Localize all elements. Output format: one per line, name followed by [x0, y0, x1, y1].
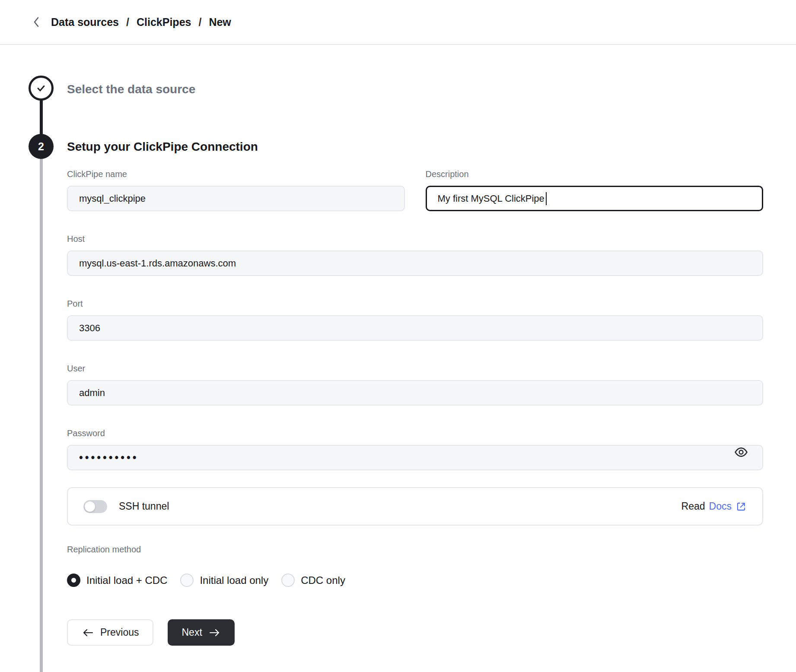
- user-input[interactable]: [67, 380, 763, 406]
- step2-number: 2: [38, 140, 44, 153]
- description-value: My first MySQL ClickPipe: [438, 193, 544, 204]
- replication-method-label: Replication method: [67, 545, 763, 555]
- breadcrumb: Data sources / ClickPipes / New: [51, 16, 231, 29]
- host-input[interactable]: [67, 250, 763, 276]
- radio-selected-icon: [67, 574, 80, 587]
- name-description-row: ClickPipe name Description My first MySQ…: [67, 169, 763, 211]
- user-group: User: [67, 363, 763, 406]
- chevron-left-icon: [32, 16, 40, 28]
- show-password-button[interactable]: [733, 444, 749, 460]
- radio-label: Initial load + CDC: [86, 574, 167, 586]
- clickpipe-setup-page: Data sources / ClickPipes / New 2 Select…: [0, 0, 796, 672]
- ssh-tunnel-toggle[interactable]: [83, 500, 107, 513]
- text-cursor: [546, 192, 547, 205]
- external-link-icon: [736, 501, 747, 512]
- back-button[interactable]: [28, 13, 45, 31]
- clickpipe-name-input[interactable]: [67, 186, 405, 211]
- clickpipe-name-group: ClickPipe name: [67, 169, 405, 211]
- previous-button[interactable]: Previous: [67, 619, 153, 646]
- step1-title: Select the data source: [67, 82, 763, 97]
- wizard-actions: Previous Next: [67, 619, 763, 646]
- radio-unselected-icon: [281, 574, 295, 587]
- host-group: Host: [67, 234, 763, 276]
- step2-indicator-current: 2: [29, 134, 54, 159]
- password-group: Password: [67, 428, 763, 470]
- replication-options: Initial load + CDC Initial load only CDC…: [67, 574, 763, 587]
- docs-link-label: Docs: [709, 501, 732, 512]
- wizard-content: Select the data source Setup your ClickP…: [67, 82, 763, 646]
- ssh-tunnel-label: SSH tunnel: [119, 501, 169, 512]
- step2-title: Setup your ClickPipe Connection: [67, 139, 763, 154]
- check-icon: [35, 82, 47, 94]
- arrow-right-icon: [209, 628, 221, 637]
- next-button[interactable]: Next: [168, 619, 234, 646]
- toggle-knob: [85, 501, 95, 512]
- description-input[interactable]: My first MySQL ClickPipe: [426, 186, 764, 211]
- password-input[interactable]: [67, 445, 763, 470]
- breadcrumb-clickpipes[interactable]: ClickPipes: [137, 16, 191, 29]
- host-label: Host: [67, 234, 763, 244]
- radio-cdc-only[interactable]: CDC only: [281, 574, 345, 587]
- password-label: Password: [67, 428, 763, 438]
- port-label: Port: [67, 298, 763, 309]
- breadcrumb-new: New: [209, 16, 231, 29]
- previous-button-label: Previous: [100, 627, 139, 638]
- user-label: User: [67, 363, 763, 374]
- eye-icon: [734, 445, 748, 460]
- breadcrumb-bar: Data sources / ClickPipes / New: [0, 0, 796, 45]
- description-label: Description: [426, 169, 764, 179]
- docs-link[interactable]: Docs: [709, 501, 747, 512]
- read-text: Read: [681, 501, 705, 512]
- description-group: Description My first MySQL ClickPipe: [426, 169, 764, 211]
- radio-unselected-icon: [180, 574, 194, 587]
- clickpipe-name-label: ClickPipe name: [67, 169, 405, 179]
- port-input[interactable]: [67, 315, 763, 341]
- step-rail-line: [40, 158, 43, 672]
- arrow-left-icon: [82, 628, 94, 637]
- radio-label: Initial load only: [200, 574, 268, 586]
- step1-indicator-completed: [29, 76, 54, 101]
- next-button-label: Next: [181, 627, 202, 638]
- radio-initial-load-cdc[interactable]: Initial load + CDC: [67, 574, 167, 587]
- breadcrumb-data-sources[interactable]: Data sources: [51, 16, 119, 29]
- breadcrumb-separator: /: [198, 16, 201, 29]
- radio-label: CDC only: [301, 574, 345, 586]
- radio-initial-load-only[interactable]: Initial load only: [180, 574, 268, 587]
- breadcrumb-separator: /: [126, 16, 129, 29]
- step-connector-line: [40, 99, 43, 136]
- ssh-docs-area: Read Docs: [681, 501, 747, 512]
- ssh-tunnel-card: SSH tunnel Read Docs: [67, 487, 763, 526]
- port-group: Port: [67, 298, 763, 341]
